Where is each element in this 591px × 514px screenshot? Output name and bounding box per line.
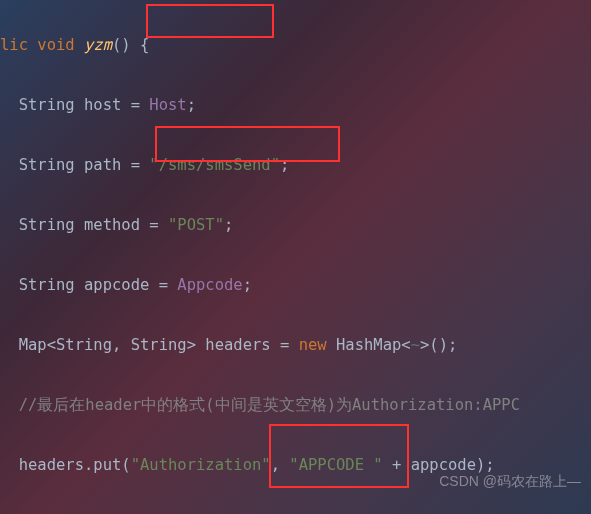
code-line: //最后在header中的格式(中间是英文空格)为Authorization:A… [0, 390, 591, 420]
code-line: lic void yzm() { [0, 30, 591, 60]
code-line: String path = "/sms/smsSend"; [0, 150, 591, 180]
code-line: Map<String, String> querys = new HashMap… [0, 510, 591, 514]
code-line: String host = Host; [0, 90, 591, 120]
code-line: Map<String, String> headers = new HashMa… [0, 330, 591, 360]
code-line: String appcode = Appcode; [0, 270, 591, 300]
watermark: CSDN @码农在路上— [439, 466, 581, 496]
code-editor[interactable]: lic void yzm() { String host = Host; Str… [0, 0, 591, 514]
code-line: String method = "POST"; [0, 210, 591, 240]
